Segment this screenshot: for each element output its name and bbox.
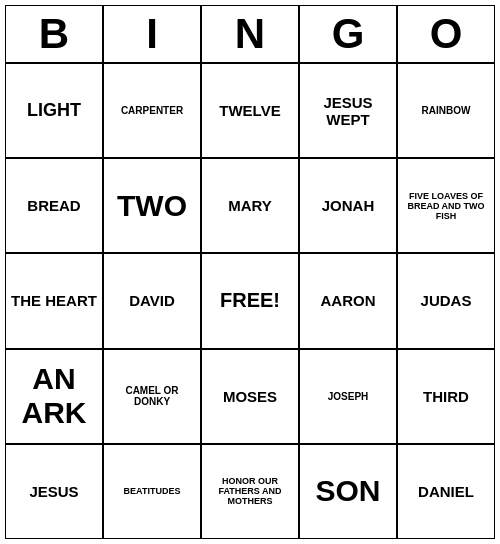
bingo-cell-9: FIVE LOAVES OF BREAD AND TWO FISH	[397, 158, 495, 253]
bingo-cell-20: JESUS	[5, 444, 103, 539]
bingo-cell-19: THIRD	[397, 349, 495, 444]
bingo-cell-24: DANIEL	[397, 444, 495, 539]
bingo-cell-6: TWO	[103, 158, 201, 253]
bingo-cell-2: TWELVE	[201, 63, 299, 158]
bingo-cell-10: THE HEART	[5, 253, 103, 348]
bingo-cell-1: CARPENTER	[103, 63, 201, 158]
bingo-cell-18: JOSEPH	[299, 349, 397, 444]
bingo-cell-8: JONAH	[299, 158, 397, 253]
header-letter-B: B	[5, 5, 103, 63]
bingo-cell-15: AN ARK	[5, 349, 103, 444]
bingo-cell-21: BEATITUDES	[103, 444, 201, 539]
bingo-cell-17: MOSES	[201, 349, 299, 444]
bingo-cell-16: CAMEL OR DONKY	[103, 349, 201, 444]
bingo-cell-22: HONOR OUR FATHERS AND MOTHERS	[201, 444, 299, 539]
bingo-cell-0: LIGHT	[5, 63, 103, 158]
bingo-cell-4: RAINBOW	[397, 63, 495, 158]
bingo-cell-11: DAVID	[103, 253, 201, 348]
header-letter-G: G	[299, 5, 397, 63]
bingo-board: BINGO LIGHTCARPENTERTWELVEJESUS WEPTRAIN…	[5, 5, 495, 539]
bingo-grid: LIGHTCARPENTERTWELVEJESUS WEPTRAINBOWBRE…	[5, 63, 495, 539]
bingo-cell-3: JESUS WEPT	[299, 63, 397, 158]
bingo-cell-14: JUDAS	[397, 253, 495, 348]
bingo-cell-13: AARON	[299, 253, 397, 348]
header-letter-O: O	[397, 5, 495, 63]
bingo-cell-7: MARY	[201, 158, 299, 253]
bingo-cell-12: FREE!	[201, 253, 299, 348]
header-letter-N: N	[201, 5, 299, 63]
bingo-cell-5: BREAD	[5, 158, 103, 253]
header-letter-I: I	[103, 5, 201, 63]
bingo-cell-23: SON	[299, 444, 397, 539]
bingo-header: BINGO	[5, 5, 495, 63]
